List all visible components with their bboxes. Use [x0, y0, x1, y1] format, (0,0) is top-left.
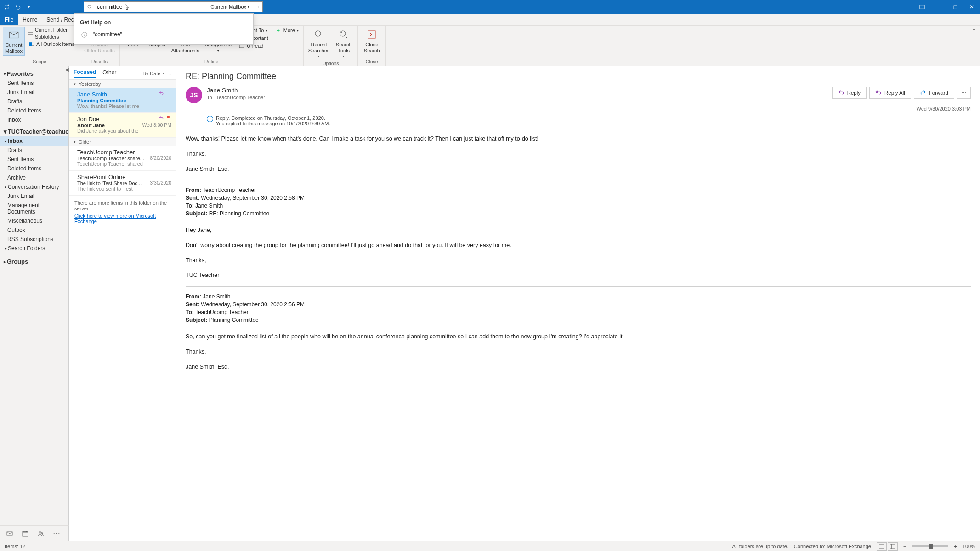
- group-older[interactable]: ▾Older: [69, 138, 176, 146]
- folder-outbox[interactable]: Outbox: [0, 225, 68, 235]
- reply-button[interactable]: Reply: [832, 87, 867, 99]
- message-preview: The link you sent to 'Test: [77, 186, 171, 191]
- search-tools[interactable]: Search Tools▾: [333, 27, 355, 60]
- folder-deleted-items[interactable]: Deleted Items: [0, 164, 68, 173]
- mail-nav-icon[interactable]: [6, 529, 14, 538]
- ribbon-collapse-icon[interactable]: ⌃: [968, 26, 980, 66]
- reading-pane: RE: Planning Committee JS Jane Smith To …: [176, 66, 980, 541]
- svg-rect-6: [29, 42, 32, 46]
- message-item[interactable]: TeachUcomp Teacher 8/20/2020 TeachUcomp …: [69, 146, 176, 171]
- titlebar: ▾ Current Mailbox▾ → — ✕: [0, 0, 980, 14]
- reply-all-button[interactable]: Reply All: [869, 87, 911, 99]
- reading-to: To TeachUcomp Teacher: [207, 95, 827, 100]
- folder-management-docs[interactable]: Management Documents: [0, 201, 68, 216]
- favorites-section[interactable]: ▾Favorites: [0, 69, 68, 79]
- folder-pane: ▾Favorites Sent Items Junk Email Drafts …: [0, 66, 69, 541]
- recent-searches[interactable]: Recent Searches▾: [306, 27, 331, 60]
- svg-text:?: ?: [83, 33, 85, 37]
- message-subject: Planning Committee: [77, 98, 171, 103]
- svg-point-17: [340, 31, 346, 36]
- folder-junk[interactable]: Junk Email: [0, 191, 68, 201]
- search-input[interactable]: [95, 4, 208, 10]
- svg-point-0: [88, 5, 91, 8]
- close-icon[interactable]: ✕: [966, 1, 977, 12]
- close-search[interactable]: Close Search: [361, 27, 383, 55]
- folder-misc[interactable]: Miscellaneous: [0, 216, 68, 225]
- folder-sent-items[interactable]: Sent Items: [0, 155, 68, 164]
- folder-drafts-fav[interactable]: Drafts: [0, 97, 68, 106]
- message-preview: Did Jane ask you about the: [77, 128, 171, 134]
- close-search-icon: [365, 28, 378, 41]
- more-actions-button[interactable]: ⋯: [957, 87, 971, 99]
- svg-rect-1: [920, 5, 925, 9]
- flag-icon: [166, 115, 171, 121]
- load-more-link[interactable]: Click here to view more on Microsoft Exc…: [74, 213, 170, 224]
- menu-home[interactable]: Home: [18, 14, 42, 25]
- more-items-notice: There are more items in this folder on t…: [69, 196, 176, 229]
- search-scope-dropdown[interactable]: Current Mailbox▾: [208, 4, 252, 10]
- svg-point-21: [39, 531, 41, 533]
- folder-junk-fav[interactable]: Junk Email: [0, 88, 68, 97]
- message-from: Jane Smith: [77, 91, 171, 98]
- folder-deleted-fav[interactable]: Deleted Items: [0, 106, 68, 115]
- info-icon: i: [207, 116, 213, 122]
- svg-rect-2: [953, 5, 957, 8]
- quoted-header: From: Jane Smith Sent: Wednesday, Septem…: [186, 293, 971, 324]
- scope-subfolders[interactable]: Subfolders: [26, 34, 76, 40]
- folder-rss[interactable]: RSS Subscriptions: [0, 235, 68, 244]
- maximize-icon[interactable]: [950, 1, 961, 12]
- svg-rect-7: [32, 43, 34, 46]
- folder-sent-items-fav[interactable]: Sent Items: [0, 79, 68, 88]
- refine-more[interactable]: +More▾: [273, 27, 300, 34]
- people-nav-icon[interactable]: [37, 529, 45, 538]
- folder-drafts[interactable]: Drafts: [0, 146, 68, 155]
- minimize-icon[interactable]: —: [933, 1, 944, 12]
- chevron-down-icon: ▾: [4, 128, 7, 135]
- more-nav-icon[interactable]: ⋯: [52, 529, 61, 538]
- group-yesterday[interactable]: ▾Yesterday: [69, 80, 176, 88]
- chevron-down-icon: ▾: [74, 82, 76, 86]
- menu-send-receive[interactable]: Send / Rec: [42, 14, 78, 25]
- scope-current-folder[interactable]: Current Folder: [26, 27, 76, 33]
- chevron-down-icon: ▾: [74, 140, 76, 144]
- message-item[interactable]: SharePoint Online 3/30/2020 The link to …: [69, 171, 176, 196]
- message-from: SharePoint Online: [77, 174, 171, 180]
- scope-current-mailbox[interactable]: Current Mailbox: [3, 27, 25, 56]
- message-date: 3/30/2020: [150, 180, 171, 186]
- folder-search-folders[interactable]: ▸Search Folders: [0, 244, 68, 253]
- chevron-right-icon: ▸: [5, 246, 7, 251]
- calendar-nav-icon[interactable]: [21, 529, 29, 538]
- reading-timestamp: Wed 9/30/2020 3:03 PM: [917, 106, 971, 112]
- folder-archive[interactable]: Archive: [0, 173, 68, 182]
- search-box: Current Mailbox▾ →: [84, 1, 263, 12]
- tab-focused[interactable]: Focused: [74, 69, 96, 78]
- help-suggestion-item[interactable]: ? "committee": [74, 28, 253, 40]
- tab-other[interactable]: Other: [102, 69, 116, 77]
- undo-icon[interactable]: [14, 3, 22, 11]
- sync-icon[interactable]: [3, 3, 11, 11]
- scope-all-outlook[interactable]: All Outlook Items: [26, 40, 76, 48]
- menu-file[interactable]: File: [0, 14, 18, 25]
- message-item[interactable]: Jon Doe Wed 3:00 PM About Jane Did Jane …: [69, 113, 176, 138]
- reading-subject: RE: Planning Committee: [186, 72, 971, 81]
- folder-inbox[interactable]: ▸Inbox: [0, 136, 68, 146]
- display-options-icon[interactable]: [917, 1, 928, 12]
- check-icon: [166, 90, 171, 96]
- folder-inbox-fav[interactable]: Inbox: [0, 115, 68, 124]
- sort-dropdown[interactable]: By Date▾↓: [142, 71, 171, 76]
- chevron-right-icon: ▸: [5, 139, 7, 143]
- message-item[interactable]: Jane Smith Planning Committee Wow, thank…: [69, 88, 176, 113]
- svg-rect-20: [23, 531, 28, 536]
- qat-dropdown-icon[interactable]: ▾: [25, 3, 33, 11]
- forward-icon: [920, 90, 926, 96]
- reading-body[interactable]: Wow, thanks! Please let me know when tha…: [176, 128, 980, 541]
- groups-section[interactable]: ▸Groups: [0, 257, 68, 266]
- search-submit-icon[interactable]: →: [252, 4, 262, 10]
- reply-icon: [159, 90, 164, 96]
- account-section[interactable]: ▾TUCTeacher@teachuc...: [0, 124, 68, 136]
- navigation-bar: ⋯: [0, 525, 69, 541]
- folder-pane-collapse-icon[interactable]: ◀: [63, 66, 71, 73]
- folder-conversation-history[interactable]: ▸Conversation History: [0, 182, 68, 191]
- forward-button[interactable]: Forward: [914, 87, 954, 99]
- plus-icon: +: [275, 27, 282, 34]
